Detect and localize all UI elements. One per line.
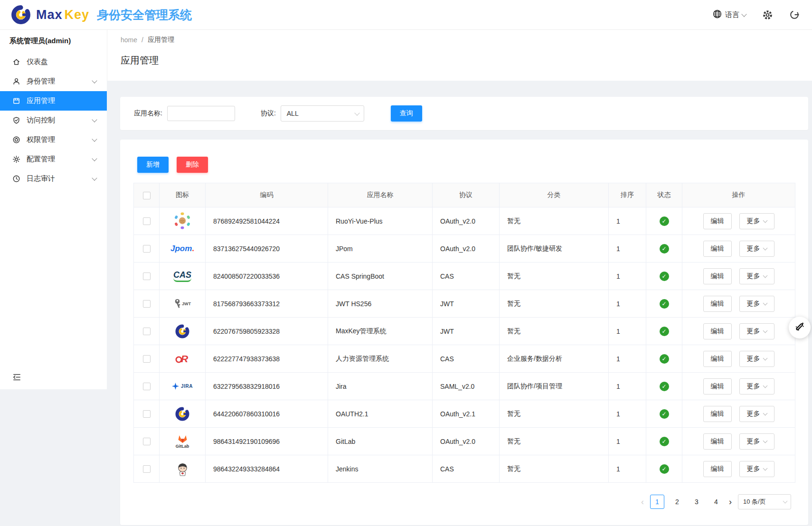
app-table-card: 新增 删除 图标 编码 应用名称 协议 分类 排序 状态 操作 87689249…	[120, 140, 808, 525]
edit-button[interactable]: 编辑	[703, 406, 732, 422]
app-icon-maxkey	[175, 322, 190, 341]
sidebar-item-dashboard[interactable]: 仪表盘	[0, 52, 107, 72]
row-checkbox[interactable]	[143, 328, 151, 335]
row-checkbox[interactable]	[143, 438, 151, 445]
globe-icon	[712, 9, 722, 20]
chevron-down-icon	[763, 273, 767, 278]
header-actions: 语言	[712, 9, 812, 20]
page-number-4[interactable]: 4	[709, 495, 723, 508]
status-enabled-icon: ✓	[660, 437, 669, 446]
brand-max: Max	[36, 8, 63, 22]
gear-icon	[12, 155, 20, 163]
app-icon-hr: R	[175, 349, 190, 368]
more-button[interactable]: 更多	[739, 323, 774, 339]
row-checkbox[interactable]	[143, 300, 151, 308]
page-number-2[interactable]: 2	[670, 495, 684, 508]
page-number-3[interactable]: 3	[690, 495, 703, 508]
language-menu[interactable]: 语言	[712, 9, 746, 20]
table-row: CAS824008507220033536CAS SpringBootCAS暂无…	[134, 263, 795, 290]
row-checkbox[interactable]	[143, 272, 151, 280]
sidebar-item-config[interactable]: 配置管理	[0, 150, 107, 169]
app-category: 暂无	[507, 272, 520, 280]
column-header-name: 应用名称	[328, 183, 433, 207]
edit-button[interactable]: 编辑	[703, 241, 732, 257]
row-checkbox[interactable]	[143, 245, 151, 253]
app-protocol: CAS	[440, 272, 454, 280]
row-checkbox[interactable]	[143, 217, 151, 225]
sidebar-item-access[interactable]: 访问控制	[0, 111, 107, 130]
breadcrumb-home[interactable]: home	[121, 36, 137, 44]
app-name-input[interactable]	[167, 106, 235, 121]
row-checkbox[interactable]	[143, 355, 151, 363]
column-header-category: 分类	[500, 183, 609, 207]
sidebar-item-identity[interactable]: 身份管理	[0, 72, 107, 91]
table-row: R622227747938373638人力资源管理系统CAS企业服务/数据分析1…	[134, 345, 795, 373]
app-icon-cas: CAS	[173, 267, 191, 286]
edit-button[interactable]: 编辑	[703, 378, 732, 394]
magic-wand-widget[interactable]	[789, 317, 811, 338]
language-label: 语言	[725, 10, 739, 19]
chevron-down-icon	[763, 356, 767, 360]
app-sort: 1	[616, 438, 620, 445]
app-protocol: CAS	[440, 465, 454, 473]
more-button[interactable]: 更多	[739, 406, 774, 422]
sidebar-menu: 仪表盘身份管理应用管理访问控制权限管理配置管理日志审计	[0, 52, 107, 188]
chevron-down-icon	[763, 383, 767, 388]
status-enabled-icon: ✓	[660, 327, 669, 336]
add-button[interactable]: 新增	[137, 157, 169, 173]
row-checkbox[interactable]	[143, 465, 151, 473]
collapse-sidebar-icon[interactable]	[12, 373, 21, 384]
table-header-row: 图标 编码 应用名称 协议 分类 排序 状态 操作	[134, 183, 795, 207]
permission-icon	[12, 136, 20, 144]
more-button[interactable]: 更多	[739, 296, 774, 312]
select-all-checkbox[interactable]	[143, 192, 151, 199]
edit-button[interactable]: 编辑	[703, 351, 732, 367]
dashboard-icon	[12, 58, 20, 66]
protocol-select-value: ALL	[287, 110, 299, 117]
edit-button[interactable]: 编辑	[703, 433, 732, 450]
row-checkbox[interactable]	[143, 410, 151, 418]
more-button[interactable]: 更多	[739, 351, 774, 367]
row-checkbox[interactable]	[143, 383, 151, 390]
search-button[interactable]: 查询	[391, 105, 422, 122]
next-page-icon[interactable]: ›	[729, 498, 732, 506]
app-sort: 1	[616, 355, 620, 363]
delete-button[interactable]: 删除	[177, 157, 208, 173]
protocol-select[interactable]: ALL	[281, 105, 364, 122]
maxkey-logo-icon	[10, 4, 31, 25]
status-enabled-icon: ✓	[660, 354, 669, 364]
logout-icon[interactable]	[789, 9, 800, 20]
prev-page-icon[interactable]: ‹	[641, 498, 644, 506]
more-button[interactable]: 更多	[739, 213, 774, 229]
app-sort: 1	[616, 465, 620, 473]
brand[interactable]: Max Key 身份安全管理系统	[0, 4, 192, 25]
edit-button[interactable]: 编辑	[703, 296, 732, 312]
app-sort: 1	[616, 300, 620, 308]
more-button[interactable]: 更多	[739, 433, 774, 450]
sidebar-item-permission[interactable]: 权限管理	[0, 130, 107, 150]
settings-icon[interactable]	[762, 9, 773, 20]
app-code: 824008507220033536	[213, 272, 280, 280]
sidebar-item-label: 应用管理	[27, 96, 97, 105]
table-row: JWT817568793663373312JWT HS256JWT暂无1✓编辑更…	[134, 290, 795, 318]
edit-button[interactable]: 编辑	[703, 323, 732, 339]
app-protocol: JWT	[440, 328, 454, 335]
more-button[interactable]: 更多	[739, 268, 774, 284]
sidebar-item-apps[interactable]: 应用管理	[0, 91, 107, 111]
edit-button[interactable]: 编辑	[703, 461, 732, 477]
edit-button[interactable]: 编辑	[703, 213, 732, 229]
app-code: 876892492581044224	[213, 217, 280, 225]
edit-button[interactable]: 编辑	[703, 268, 732, 284]
sidebar-item-audit[interactable]: 日志审计	[0, 169, 107, 188]
app-protocol: OAuth_v2.1	[440, 410, 475, 418]
page-size-select[interactable]: 10 条/页	[738, 494, 791, 509]
more-button[interactable]: 更多	[739, 378, 774, 394]
app-sort: 1	[616, 245, 620, 253]
page-number-1[interactable]: 1	[650, 495, 664, 509]
more-button[interactable]: 更多	[739, 241, 774, 257]
chevron-down-icon	[92, 78, 97, 83]
app-code: 622227747938373638	[213, 355, 280, 363]
more-button[interactable]: 更多	[739, 461, 774, 477]
column-header-icon: 图标	[160, 183, 206, 207]
status-enabled-icon: ✓	[660, 299, 669, 309]
